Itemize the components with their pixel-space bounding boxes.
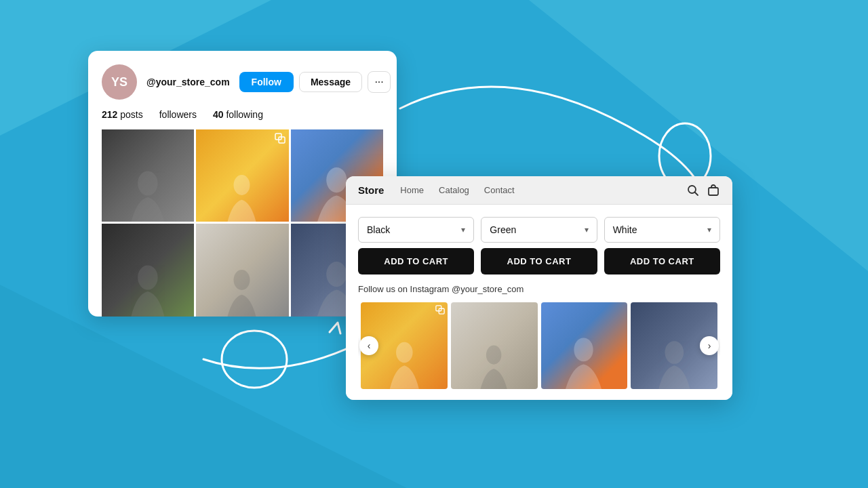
ig-username: @your_store_com (146, 77, 230, 87)
grid-photo-4[interactable] (102, 224, 194, 316)
color-label-white: White (613, 224, 637, 235)
chevron-down-icon-2: ▾ (585, 225, 589, 235)
following-stat: 40 following (213, 109, 263, 120)
store-topbar: Store Home Catalog Contact (346, 176, 732, 205)
product-1: Black ▾ ADD TO CART (358, 217, 474, 274)
store-instagram-feed: ‹ (358, 302, 720, 389)
svg-line-11 (695, 192, 698, 195)
svg-point-16 (486, 345, 501, 364)
ig-header: YS @your_store_com Follow Message ··· (102, 64, 383, 100)
feed-image-3[interactable] (541, 302, 628, 389)
ig-actions: Follow Message ··· (239, 71, 391, 93)
store-panel: Store Home Catalog Contact (346, 176, 732, 400)
search-icon[interactable] (686, 184, 700, 197)
store-nav-icons (686, 184, 720, 197)
add-to-cart-button-1[interactable]: ADD TO CART (358, 248, 474, 274)
follow-button[interactable]: Follow (239, 72, 294, 92)
store-follow-text: Follow us on Instagram @your_store_com (358, 284, 720, 294)
message-button[interactable]: Message (299, 72, 362, 92)
color-label-black: Black (367, 224, 390, 235)
product-color-row: Black ▾ ADD TO CART Green ▾ ADD TO CART (358, 217, 720, 274)
followers-stat: followers (159, 109, 197, 120)
more-button[interactable]: ··· (368, 71, 391, 93)
ig-photo-grid (102, 129, 383, 317)
feed-images-grid (358, 302, 720, 389)
grid-photo-2[interactable] (196, 129, 288, 222)
product-2: Green ▾ ADD TO CART (481, 217, 597, 274)
svg-point-18 (665, 341, 684, 364)
nav-link-catalog[interactable]: Catalog (433, 182, 475, 198)
multi-photo-icon-feed (435, 305, 445, 314)
ig-stats: 212 posts followers 40 following (102, 109, 383, 120)
store-brand: Store (358, 184, 384, 196)
color-label-green: Green (490, 224, 516, 235)
product-3: White ▾ ADD TO CART (604, 217, 720, 274)
add-to-cart-button-3[interactable]: ADD TO CART (604, 248, 720, 274)
multi-photo-icon (275, 133, 285, 144)
svg-point-6 (326, 167, 347, 192)
chevron-down-icon: ▾ (461, 225, 465, 235)
svg-point-8 (234, 270, 250, 290)
store-nav: Store Home Catalog Contact (358, 182, 686, 198)
grid-photo-1[interactable] (102, 129, 194, 222)
nav-link-contact[interactable]: Contact (479, 182, 520, 198)
avatar: YS (102, 64, 137, 100)
cart-icon[interactable] (707, 184, 720, 197)
feed-next-button[interactable]: › (700, 336, 719, 355)
feed-prev-button[interactable]: ‹ (359, 336, 378, 355)
store-content: Black ▾ ADD TO CART Green ▾ ADD TO CART (346, 205, 732, 400)
chevron-down-icon-3: ▾ (707, 225, 711, 235)
posts-stat: 212 posts (102, 109, 143, 120)
color-select-black[interactable]: Black ▾ (358, 217, 474, 243)
color-select-green[interactable]: Green ▾ (481, 217, 597, 243)
svg-point-7 (138, 265, 157, 289)
svg-point-15 (396, 342, 413, 363)
svg-point-3 (234, 175, 250, 195)
grid-photo-5[interactable] (196, 224, 288, 316)
svg-point-2 (138, 171, 157, 195)
svg-rect-12 (709, 188, 718, 195)
color-select-white[interactable]: White ▾ (604, 217, 720, 243)
svg-point-9 (326, 262, 347, 287)
svg-point-17 (574, 338, 593, 361)
feed-image-2[interactable] (451, 302, 538, 389)
add-to-cart-button-2[interactable]: ADD TO CART (481, 248, 597, 274)
nav-link-home[interactable]: Home (395, 182, 429, 198)
